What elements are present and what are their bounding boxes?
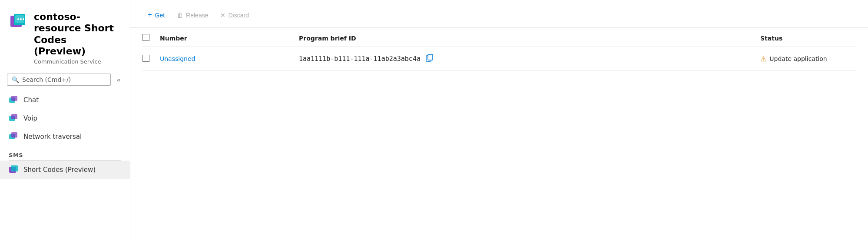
svg-point-5 <box>20 18 22 20</box>
row-checkbox[interactable] <box>142 55 149 62</box>
warning-icon: ⚠ <box>760 55 766 63</box>
number-link[interactable]: Unassigned <box>160 55 195 62</box>
release-label: Release <box>186 12 208 19</box>
main-content: + Get 🗑 Release ✕ Discard Number Program… <box>130 0 868 242</box>
sms-section-label: SMS <box>0 146 130 160</box>
voip-label: Voip <box>23 114 37 122</box>
toolbar: + Get 🗑 Release ✕ Discard <box>130 0 868 28</box>
row-status-cell: ⚠ Update application <box>760 55 856 63</box>
header-checkbox-cell <box>142 34 160 42</box>
chat-icon <box>9 95 18 105</box>
page-title: contoso-resource Short Codes (Preview) <box>34 11 121 57</box>
svg-rect-14 <box>11 165 18 171</box>
collapse-icon: « <box>117 76 120 83</box>
copy-icon[interactable] <box>425 53 434 64</box>
svg-rect-16 <box>428 54 433 60</box>
sidebar-item-short-codes[interactable]: Short Codes (Preview) <box>0 161 130 179</box>
search-placeholder-text: Search (Cmd+/) <box>22 76 71 83</box>
short-codes-label: Short Codes (Preview) <box>23 166 96 174</box>
plus-icon: + <box>148 10 152 20</box>
app-logo-icon <box>9 11 28 30</box>
collapse-sidebar-button[interactable]: « <box>114 74 123 85</box>
svg-point-4 <box>17 18 19 20</box>
svg-rect-10 <box>11 114 17 119</box>
sidebar-item-voip[interactable]: Voip <box>0 109 130 128</box>
search-box[interactable]: 🔍 Search (Cmd+/) <box>7 74 111 86</box>
trash-icon: 🗑 <box>177 11 183 19</box>
page-subtitle: Communication Service <box>34 58 121 65</box>
header-number: Number <box>160 35 299 42</box>
search-icon: 🔍 <box>12 76 19 83</box>
table-header: Number Program brief ID Status <box>142 28 856 47</box>
release-button[interactable]: 🗑 Release <box>172 9 213 21</box>
table-area: Number Program brief ID Status Unassigne… <box>130 28 868 71</box>
row-number-cell: Unassigned <box>160 55 299 62</box>
get-button[interactable]: + Get <box>142 8 170 22</box>
sidebar: contoso-resource Short Codes (Preview) C… <box>0 0 130 242</box>
short-codes-icon <box>9 165 18 175</box>
svg-rect-8 <box>11 96 17 101</box>
table-row: Unassigned 1aa1111b-b111-111a-11ab2a3abc… <box>142 47 856 71</box>
network-traversal-label: Network traversal <box>23 133 82 141</box>
svg-rect-12 <box>11 132 17 138</box>
program-id-text: 1aa1111b-b111-111a-11ab2a3abc4a <box>299 55 421 63</box>
get-label: Get <box>155 12 165 19</box>
status-text: Update application <box>769 55 827 62</box>
chat-label: Chat <box>23 96 39 104</box>
header-text-area: contoso-resource Short Codes (Preview) C… <box>34 11 121 65</box>
search-row: 🔍 Search (Cmd+/) « <box>0 68 130 91</box>
row-program-id-cell: 1aa1111b-b111-111a-11ab2a3abc4a <box>299 53 760 64</box>
header-program-id: Program brief ID <box>299 35 760 42</box>
discard-label: Discard <box>228 12 248 19</box>
header-status: Status <box>760 35 856 42</box>
svg-point-6 <box>23 18 24 20</box>
x-icon: ✕ <box>220 12 225 19</box>
row-checkbox-cell <box>142 55 160 63</box>
discard-button[interactable]: ✕ Discard <box>215 9 254 21</box>
app-header: contoso-resource Short Codes (Preview) C… <box>0 4 130 68</box>
sidebar-item-chat[interactable]: Chat <box>0 91 130 109</box>
network-traversal-icon <box>9 132 18 141</box>
header-checkbox[interactable] <box>142 34 149 41</box>
sidebar-item-network-traversal[interactable]: Network traversal <box>0 128 130 146</box>
voip-icon <box>9 114 18 123</box>
